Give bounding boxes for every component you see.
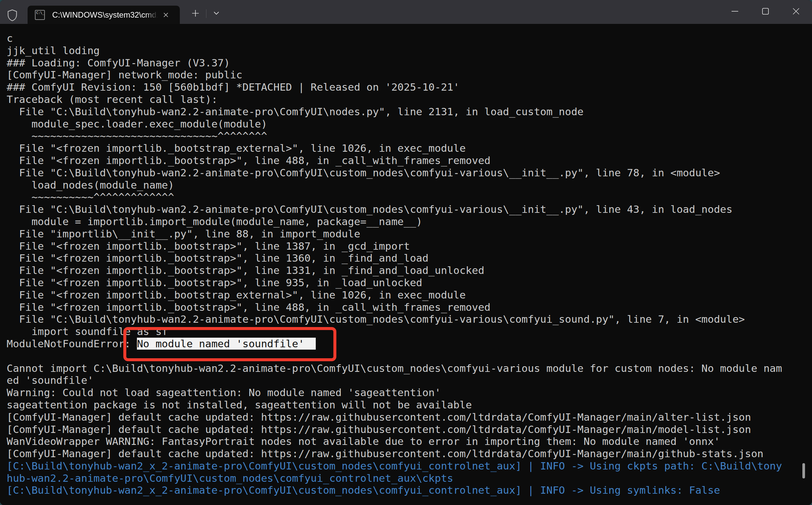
terminal-line: File "C:\Build\tonyhub-wan2.2-animate-pr… [7,167,806,179]
terminal-line: Warning: Could not load sageattention: N… [7,386,806,399]
terminal-line: File "<frozen importlib._bootstrap>", li… [7,264,806,277]
tab-bar-divider [206,9,206,18]
terminal-line: [ComfyUI-Manager] default cache updated:… [7,423,806,436]
maximize-button[interactable] [754,0,777,23]
terminal-line: [C:\Build\tonyhub-wan2_x_2-animate-pro\C… [7,484,806,496]
terminal-line: module_spec.loader.exec_module(module) [7,118,806,130]
terminal-line: File "C:\Build\tonyhub-wan2.2-animate-pr… [7,106,806,118]
admin-shield-icon [7,9,18,22]
terminal-line: jjk_util loding [7,44,806,57]
tab-dropdown-button[interactable] [209,6,224,21]
terminal-line: File "<frozen importlib._bootstrap>", li… [7,277,806,289]
tab-close-button[interactable] [158,8,173,22]
terminal-line: File "importlib\__init__.py", line 88, i… [7,228,806,240]
terminal-line: File "C:\Build\tonyhub-wan2.2-animate-pr… [7,203,806,215]
selected-error-text: No module named 'soundfile' [137,338,316,350]
terminal-line: File "<frozen importlib._bootstrap_exter… [7,142,806,154]
terminal-line: File "<frozen importlib._bootstrap>", li… [7,301,806,313]
terminal-line: Traceback (most recent call last): [7,93,806,106]
close-icon [792,7,800,15]
terminal-line: WanVideoWrapper WARNING: FantasyPortrait… [7,435,806,448]
minimize-button[interactable] [723,0,746,23]
terminal-line: sageattention package is not installed, … [7,399,806,411]
cmd-prompt-icon: C:\_ [35,10,45,20]
close-window-button[interactable] [784,0,808,23]
terminal-line: c [7,32,806,44]
close-icon [162,12,169,18]
new-tab-button[interactable] [188,6,203,21]
terminal-line: ed 'soundfile' [7,374,806,386]
tab-title: C:\WINDOWS\system32\cmd.e [52,10,158,20]
terminal-line: ~~~~~~~~~~~~~~~~~~~~~~~~~~~~~~^^^^^^^^ [7,130,806,142]
tab-cmd[interactable]: C:\_ C:\WINDOWS\system32\cmd.e [28,6,180,24]
terminal-window: C:\_ C:\WINDOWS\system32\cmd.e [0,0,812,505]
terminal-line: File "<frozen importlib._bootstrap>", li… [7,154,806,167]
scrollbar-thumb[interactable] [802,463,805,478]
terminal-line: File "C:\Build\tonyhub-wan2.2-animate-pr… [7,313,806,325]
minimize-icon [731,7,739,15]
titlebar[interactable]: C:\_ C:\WINDOWS\system32\cmd.e [0,0,812,24]
terminal-line: module = importlib.import_module(module_… [7,215,806,228]
terminal-line: [ComfyUI-Manager] network_mode: public [7,69,806,81]
terminal-line: load_nodes(module_name) [7,179,806,191]
terminal-output[interactable]: cjjk_util loding### Loading: ComfyUI-Man… [0,24,812,505]
plus-icon [191,9,200,18]
terminal-line: [C:\Build\tonyhub-wan2_x_2-animate-pro\C… [7,460,806,472]
terminal-line: import soundfile as sf [7,325,806,338]
terminal-line: File "<frozen importlib._bootstrap>", li… [7,240,806,252]
maximize-icon [762,7,770,15]
terminal-line: hub-wan2.2-animate-pro\ComfyUI\custom_no… [7,472,806,484]
terminal-line: [ComfyUI-Manager] default cache updated:… [7,411,806,423]
terminal-line: ### ComfyUI Revision: 150 [560b1bdf] *DE… [7,81,806,93]
terminal-line: Cannot import C:\Build\tonyhub-wan2.2-an… [7,362,806,374]
terminal-line [7,350,806,362]
terminal-line: ### Loading: ComfyUI-Manager (V3.37) [7,57,806,69]
terminal-line: File "<frozen importlib._bootstrap>", li… [7,252,806,264]
terminal-line: ~~~~~~~~~~^^^^^^^^^^^^^ [7,191,806,203]
terminal-line: ModuleNotFoundError: No module named 'so… [7,338,806,350]
chevron-down-icon [213,11,220,16]
terminal-line: File "<frozen importlib._bootstrap_exter… [7,289,806,301]
terminal-line: [ComfyUI-Manager] default cache updated:… [7,448,806,460]
